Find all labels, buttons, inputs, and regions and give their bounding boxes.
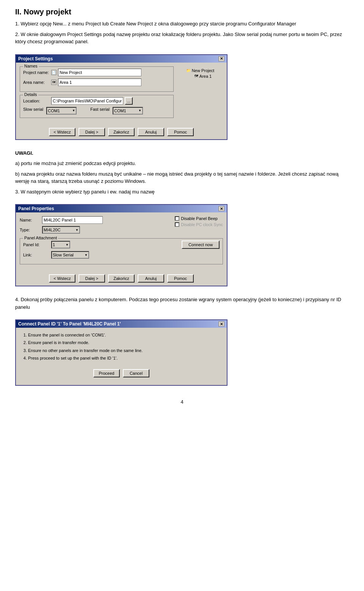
location-input[interactable] xyxy=(51,97,123,105)
fast-serial-combo[interactable]: COM1 ▼ xyxy=(113,107,143,115)
back-button[interactable]: < Wstecz xyxy=(49,128,75,136)
pp-type-label: Type: xyxy=(20,228,41,232)
panel-id-label: Panel Id: xyxy=(23,242,50,247)
slow-serial-value: COM1 xyxy=(48,108,60,113)
panel-properties-dialog: Panel Properties ✕ Name: Type: MI4L20C ▼ xyxy=(15,204,228,286)
panel-id-row: Panel Id: 1 ▼ Connect now xyxy=(23,240,220,249)
slow-serial-combo[interactable]: COM1 ▼ xyxy=(46,107,77,115)
section2-num: 2. xyxy=(15,31,19,37)
slow-serial-arrow: ▼ xyxy=(72,109,75,112)
dialog-close-button[interactable]: ✕ xyxy=(218,56,224,61)
uwagi-label: UWAGI. xyxy=(15,150,33,156)
page-number: 4 xyxy=(15,399,349,405)
project-name-label: Project name: xyxy=(23,70,50,75)
pp-cancel-button[interactable]: Anuluj xyxy=(138,274,164,283)
project-name-input[interactable] xyxy=(58,69,141,76)
panel-dialog-title-bar: Panel Properties ✕ xyxy=(16,205,227,212)
section1-text: Wybierz opcję New... z menu Project lub … xyxy=(20,21,296,27)
dialog-title-bar: Project Settings ✕ xyxy=(16,55,227,63)
browse-button[interactable]: ... xyxy=(125,97,133,105)
disable-clock-row: Disable PC clock Sync xyxy=(175,222,223,227)
finish-button[interactable]: Zakończ xyxy=(108,128,135,136)
section3-num: 3. xyxy=(15,189,19,195)
pp-finish-button[interactable]: Zakończ xyxy=(108,274,135,283)
pp-help-button[interactable]: Pomoc xyxy=(167,274,194,283)
connect-dialog-title-text: Connect Panel ID '1' To Panel 'MI4L20C P… xyxy=(18,321,121,327)
slow-serial-group: Slow serial xyxy=(23,107,43,112)
pp-checkboxes: Disable Panel Beep Disable PC clock Sync xyxy=(175,216,223,236)
pp-top-row: Name: Type: MI4L20C ▼ Disable Panel Beep xyxy=(20,216,223,236)
disable-clock-label: Disable PC clock Sync xyxy=(181,222,223,227)
connect-step4: Press proceed to set up the panel with t… xyxy=(28,355,222,361)
connect-dialog-body: Ensure the panel is connected on 'COM1'.… xyxy=(16,328,227,385)
connect-dialog-title-bar: Connect Panel ID '1' To Panel 'MI4L20C P… xyxy=(16,320,227,328)
fast-serial-value: COM1 xyxy=(114,108,126,113)
names-group-label: Names xyxy=(23,64,39,68)
proceed-button[interactable]: Proceed xyxy=(93,369,120,377)
connect-now-button[interactable]: Connect now xyxy=(182,240,220,249)
next-button[interactable]: Dalej > xyxy=(78,128,105,136)
pp-form-left: Name: Type: MI4L20C ▼ xyxy=(20,216,167,236)
tree-child-label: Area 1 xyxy=(199,74,212,79)
connect-step1: Ensure the panel is connected on 'COM1'. xyxy=(28,332,222,338)
pp-type-value: MI4L20C xyxy=(44,228,61,232)
link-label: Link: xyxy=(23,253,50,257)
panel-dialog-close-button[interactable]: ✕ xyxy=(218,206,224,211)
cancel-button[interactable]: Anuluj xyxy=(138,128,164,136)
panel-dialog-buttons: < Wstecz Dalej > Zakończ Anuluj Pomoc xyxy=(16,271,227,286)
panel-id-combo[interactable]: 1 ▼ xyxy=(51,241,70,248)
disable-clock-checkbox[interactable] xyxy=(175,222,179,227)
tree-root-item: 📁 New Project xyxy=(186,68,214,73)
connect-cancel-button[interactable]: Cancel xyxy=(123,369,149,377)
names-groupbox: Names Project name: 📄 Area name: 🗺 xyxy=(20,66,174,92)
connect-dialog-close-button[interactable]: ✕ xyxy=(218,321,224,327)
disable-beep-checkbox[interactable] xyxy=(175,216,179,221)
project-name-row: Project name: 📄 xyxy=(23,69,170,76)
panel-attachment-groupbox: Panel Attachment Panel Id: 1 ▼ Connect n… xyxy=(20,238,223,264)
attachment-group-label: Panel Attachment xyxy=(23,236,58,240)
details-groupbox: Details Location: ... Slow serial COM1 ▼ xyxy=(20,95,174,118)
link-value: Slow Serial xyxy=(53,253,74,257)
tree-panel: 📁 New Project 🗺 Area 1 xyxy=(177,66,223,121)
pp-type-combo[interactable]: MI4L20C ▼ xyxy=(42,226,80,234)
tree-sub-container: 🗺 Area 1 xyxy=(195,74,212,79)
link-combo[interactable]: Slow Serial ▼ xyxy=(51,251,89,259)
uwagi-header: UWAGI. xyxy=(15,149,349,157)
pp-back-button[interactable]: < Wstecz xyxy=(49,274,75,283)
dialog-buttons: < Wstecz Dalej > Zakończ Anuluj Pomoc xyxy=(16,125,227,139)
panel-dialog-body: Name: Type: MI4L20C ▼ Disable Panel Beep xyxy=(16,212,227,271)
pp-type-arrow: ▼ xyxy=(75,228,78,232)
panel-id-value: 1 xyxy=(53,242,55,247)
area-name-label: Area name: xyxy=(23,80,50,85)
tree-root-label: New Project xyxy=(192,68,214,73)
help-button[interactable]: Pomoc xyxy=(167,128,194,136)
link-row: Link: Slow Serial ▼ xyxy=(23,251,220,259)
area-name-row: Area name: 🗺 xyxy=(23,79,170,86)
section2-text: W oknie dialogowym Project Settings poda… xyxy=(15,31,342,45)
pp-name-input[interactable] xyxy=(42,216,103,224)
fast-serial-arrow: ▼ xyxy=(138,109,141,112)
pp-name-label: Name: xyxy=(20,218,41,222)
connect-dialog-buttons: Proceed Cancel xyxy=(20,366,222,380)
area-name-input[interactable] xyxy=(58,79,141,86)
uwagi-a: a) portu nie można już zmienić podczas e… xyxy=(15,160,349,167)
section3-text: W następnym oknie wybierz typ panelu i e… xyxy=(20,189,154,195)
details-group-label: Details xyxy=(23,92,38,97)
panel-dialog-title-text: Panel Properties xyxy=(18,206,54,211)
section4-text: Dokonaj próby połączenia panelu z komput… xyxy=(15,297,341,310)
panel-id-arrow: ▼ xyxy=(66,243,69,247)
pp-type-row: Type: MI4L20C ▼ xyxy=(20,226,167,234)
serial-row: Slow serial COM1 ▼ Fast serial COM1 ▼ xyxy=(23,107,170,115)
form-left-panel: Names Project name: 📄 Area name: 🗺 Detai… xyxy=(20,66,174,121)
location-row: Location: ... xyxy=(23,97,170,105)
connect-panel-dialog: Connect Panel ID '1' To Panel 'MI4L20C P… xyxy=(15,319,228,386)
section2: 2. W oknie dialogowym Project Settings p… xyxy=(15,31,349,46)
slow-serial-label: Slow serial xyxy=(23,107,43,112)
section1-num: 1. xyxy=(15,21,19,27)
project-icon: 📄 xyxy=(51,70,56,75)
area-icon: 🗺 xyxy=(51,80,56,85)
pp-next-button[interactable]: Dalej > xyxy=(78,274,105,283)
link-arrow: ▼ xyxy=(85,253,88,257)
fast-serial-group: Fast serial xyxy=(90,107,110,112)
pp-name-row: Name: xyxy=(20,216,167,224)
